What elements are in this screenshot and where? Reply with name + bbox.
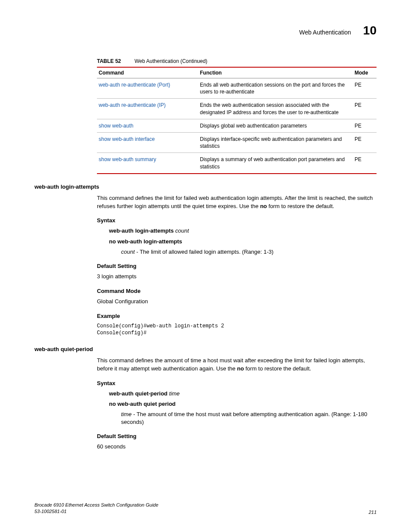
cmd-mode: PE xyxy=(353,78,377,99)
param-desc: count - The limit of allowed failed logi… xyxy=(121,248,377,256)
default-value: 3 login attempts xyxy=(97,273,377,281)
syntax-no-line: no web-auth login-attempts xyxy=(109,238,377,246)
table-row: show web-auth interface Displays interfa… xyxy=(97,132,377,152)
th-command: Command xyxy=(97,67,198,78)
table-row: web-auth re-authenticate (Port) Ends all… xyxy=(97,78,377,99)
cmd-function: Displays global web authentication param… xyxy=(198,119,353,132)
intro-bold: no xyxy=(260,203,267,209)
param-name: count xyxy=(121,249,135,255)
cmd-mode: PE xyxy=(353,119,377,132)
syntax-line: web-auth quiet-period time xyxy=(109,390,377,398)
mode-value: Global Configuration xyxy=(97,298,377,306)
cmd-mode: PE xyxy=(353,132,377,152)
default-label: Default Setting xyxy=(97,263,377,269)
cmd-mode: PE xyxy=(353,99,377,119)
cmd-function: Ends all web authentication sessions on … xyxy=(198,78,353,99)
th-mode: Mode xyxy=(353,67,377,78)
example-code: Console(config)#web-auth login-attempts … xyxy=(97,323,377,336)
section-body: This command defines the limit for faile… xyxy=(97,194,377,336)
header-title: Web Authentication xyxy=(299,29,351,36)
syntax-cmd: web-auth login-attempts xyxy=(109,227,174,234)
cmd-link[interactable]: show web-auth summary xyxy=(97,153,198,174)
table-52: TABLE 52 Web Authentication (Continued) … xyxy=(97,58,377,174)
footer-page: 211 xyxy=(369,510,377,515)
syntax-param: count xyxy=(175,227,189,234)
table-number: TABLE 52 xyxy=(97,58,121,64)
section-heading-login-attempts: web-auth login-attempts xyxy=(34,184,377,190)
intro-pre: This command defines the amount of time … xyxy=(97,357,365,372)
param-text: - The limit of allowed failed login atte… xyxy=(135,249,274,255)
page-header: Web Authentication 10 xyxy=(34,24,377,37)
section-heading-quiet-period: web-auth quiet-period xyxy=(34,346,377,352)
cmd-function: Displays interface-specific web authenti… xyxy=(198,132,353,152)
default-label: Default Setting xyxy=(97,433,377,439)
table-row: show web-auth summary Displays a summary… xyxy=(97,153,377,174)
section-body: This command defines the amount of time … xyxy=(97,357,377,451)
cmd-link[interactable]: show web-auth xyxy=(97,119,198,132)
mode-label: Command Mode xyxy=(97,288,377,294)
syntax-label: Syntax xyxy=(97,380,377,386)
syntax-cmd: web-auth quiet-period xyxy=(109,390,168,397)
intro-bold: no xyxy=(237,365,244,372)
syntax-label: Syntax xyxy=(97,217,377,224)
intro-post: form to restore the default. xyxy=(244,365,311,372)
syntax-param: time xyxy=(169,390,180,397)
table-row: show web-auth Displays global web authen… xyxy=(97,119,377,132)
command-table: Command Function Mode web-auth re-authen… xyxy=(97,67,377,174)
footer-docnum: 53-1002581-01 xyxy=(34,508,159,515)
intro-post: form to restore the default. xyxy=(267,203,334,209)
syntax-line: web-auth login-attempts count xyxy=(109,227,377,235)
cmd-link[interactable]: web-auth re-authenticate (Port) xyxy=(97,78,198,99)
table-title: Web Authentication (Continued) xyxy=(134,58,207,64)
example-label: Example xyxy=(97,313,377,319)
cmd-link[interactable]: show web-auth interface xyxy=(97,132,198,152)
section-intro: This command defines the amount of time … xyxy=(97,357,377,373)
cmd-mode: PE xyxy=(353,153,377,174)
cmd-link[interactable]: web-auth re-authenticate (IP) xyxy=(97,99,198,119)
section-intro: This command defines the limit for faile… xyxy=(97,194,377,211)
cmd-function: Ends the web authentication session asso… xyxy=(198,99,353,119)
footer-left: Brocade 6910 Ethernet Access Switch Conf… xyxy=(34,502,159,515)
cmd-function: Displays a summary of web authentication… xyxy=(198,153,353,174)
param-desc: time - The amount of time the host must … xyxy=(121,411,377,426)
chapter-number: 10 xyxy=(363,24,377,37)
param-name: time xyxy=(121,411,132,417)
table-caption: TABLE 52 Web Authentication (Continued) xyxy=(97,58,377,64)
default-value: 60 seconds xyxy=(97,443,377,451)
param-text: - The amount of time the host must wait … xyxy=(121,411,367,425)
th-function: Function xyxy=(198,67,353,78)
table-row: web-auth re-authenticate (IP) Ends the w… xyxy=(97,99,377,119)
footer-book: Brocade 6910 Ethernet Access Switch Conf… xyxy=(34,502,159,508)
page-footer: Brocade 6910 Ethernet Access Switch Conf… xyxy=(34,502,377,515)
syntax-no-line: no web-auth quiet period xyxy=(109,400,377,408)
